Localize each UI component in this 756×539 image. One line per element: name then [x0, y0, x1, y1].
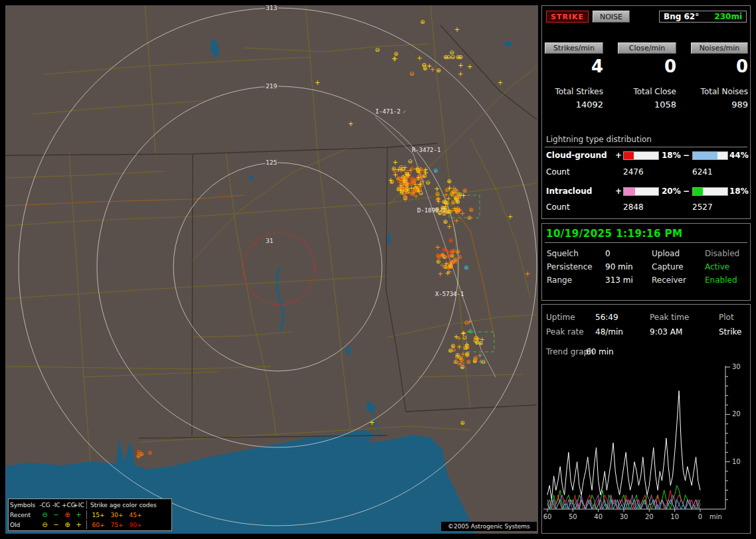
- svg-text:⊕: ⊕: [468, 206, 474, 213]
- svg-text:⊖: ⊖: [416, 183, 421, 190]
- total-strikes-label: Total Strikes: [545, 87, 603, 96]
- highways-layer: [5, 195, 494, 337]
- close-rate-value: 0: [618, 56, 682, 76]
- svg-text:⊕: ⊕: [460, 420, 465, 426]
- cg-neg-pct: 44%: [729, 151, 749, 160]
- svg-text:⊕: ⊕: [446, 208, 452, 215]
- distribution-title: Lightning type distribution: [546, 135, 652, 144]
- svg-text:+: +: [451, 185, 456, 192]
- legend-divider: [86, 501, 87, 509]
- svg-text:⊖: ⊖: [449, 49, 454, 56]
- close-per-min-button[interactable]: Close/min: [618, 42, 676, 54]
- svg-text:min: min: [709, 513, 722, 520]
- strike-stats-panel: STRIKE NOISE Bng 62° 230mi Strikes/min C…: [541, 5, 751, 219]
- svg-text:+: +: [467, 318, 472, 325]
- svg-text:+: +: [456, 343, 462, 350]
- noises-per-min-button[interactable]: Noises/min: [691, 42, 748, 54]
- age-30: 30+: [108, 512, 126, 518]
- recent-pcg-icon: ⊕: [62, 512, 73, 518]
- svg-text:60: 60: [543, 513, 551, 520]
- age-15: 15+: [89, 512, 108, 518]
- svg-text:+: +: [454, 26, 460, 33]
- capture-label: Capture: [652, 262, 684, 271]
- old-pic-icon: +: [73, 522, 84, 528]
- svg-text:⊕: ⊕: [446, 178, 452, 185]
- svg-text:⊕: ⊕: [389, 179, 395, 185]
- svg-text:+: +: [508, 213, 513, 220]
- legend-recent-label: Recent: [10, 512, 39, 518]
- svg-text:+: +: [525, 270, 530, 277]
- svg-text:R-3472-1: R-3472-1: [412, 147, 440, 153]
- svg-text:⊕: ⊕: [448, 262, 453, 269]
- age-90: 90+: [126, 522, 145, 528]
- svg-text:⊕: ⊕: [466, 358, 471, 365]
- ic-neg-count: 2527: [692, 202, 713, 212]
- svg-text:+: +: [458, 62, 463, 69]
- svg-text:⊕: ⊕: [443, 54, 448, 60]
- divider: [545, 147, 747, 147]
- peak-rate-label: Peak rate: [546, 327, 584, 337]
- age-60: 60+: [89, 522, 108, 528]
- svg-text:20: 20: [732, 410, 741, 418]
- lightning-map-svg[interactable]: 31321912531⊕+⊕+⊕⊖+⊕+⊕⊖++⊕+⊕⊖⊖⊖+++⊕⊕⊕+⊕⊕⊖…: [5, 5, 538, 534]
- cg-pos-bar: [623, 151, 659, 160]
- svg-text:+: +: [456, 335, 461, 342]
- svg-text:50: 50: [569, 513, 577, 520]
- svg-text:+: +: [435, 244, 440, 251]
- legend-col-pcg: +CG: [62, 502, 73, 508]
- svg-text:⊕: ⊕: [468, 328, 473, 335]
- status-panel: 10/19/2025 1:19:16 PM Squelch 0 Upload D…: [541, 223, 751, 301]
- legend-divider: [86, 520, 87, 529]
- plot-label: Plot: [719, 313, 734, 322]
- trend-graph-chart: 3020106050403020100min: [543, 362, 750, 532]
- svg-text:10: 10: [732, 458, 741, 465]
- map-area[interactable]: 31321912531⊕+⊕+⊕⊖+⊕+⊕⊖++⊕+⊕⊖⊖⊖+++⊕⊕⊕+⊕⊕⊖…: [5, 5, 538, 534]
- svg-text:⊖: ⊖: [473, 354, 478, 361]
- ic-neg-pct: 18%: [729, 187, 749, 196]
- cg-neg-count: 6241: [692, 167, 713, 177]
- svg-text:+: +: [467, 63, 472, 70]
- total-noises-label: Total Noises: [691, 87, 748, 96]
- svg-text:+: +: [460, 192, 466, 199]
- svg-text:+: +: [454, 217, 459, 224]
- svg-text:⊕: ⊕: [147, 449, 153, 456]
- svg-text:40: 40: [594, 513, 603, 520]
- capture-status: Active: [705, 262, 729, 271]
- total-close-value: 1058: [618, 100, 678, 110]
- sidebar: STRIKE NOISE Bng 62° 230mi Strikes/min C…: [541, 5, 752, 534]
- legend-col-ncg: -CG: [39, 502, 50, 508]
- strikes-per-min-button[interactable]: Strikes/min: [545, 42, 603, 54]
- svg-text:⊕: ⊕: [453, 358, 458, 365]
- strike-legend: Symbols -CG -IC +CG +IC Strike age color…: [8, 499, 172, 531]
- svg-text:⊕: ⊕: [436, 258, 441, 265]
- peak-time-label: Peak time: [650, 313, 689, 322]
- svg-text:⊖: ⊖: [462, 335, 467, 341]
- svg-text:⊕: ⊕: [442, 264, 448, 270]
- persistence-label: Persistence: [547, 262, 593, 271]
- noise-mode-button[interactable]: NOISE: [593, 11, 630, 23]
- cg-count-label: Count: [546, 167, 570, 177]
- svg-text:313: 313: [266, 5, 277, 11]
- svg-text:+: +: [445, 270, 450, 277]
- plus-sign: +: [615, 187, 622, 196]
- strike-mode-button[interactable]: STRIKE: [546, 11, 589, 23]
- uptime-label: Uptime: [546, 313, 575, 322]
- cloud-ground-label: Cloud-ground: [546, 151, 607, 160]
- bearing-value: Bng 62°: [664, 12, 699, 21]
- svg-text:125: 125: [266, 159, 277, 166]
- range-value-mi: 313 mi: [605, 275, 633, 285]
- water-layer: [5, 38, 512, 534]
- recent-nic-icon: −: [50, 512, 62, 518]
- minus-sign: −: [683, 151, 690, 160]
- legend-old-label: Old: [10, 522, 39, 528]
- upload-label: Upload: [652, 249, 680, 258]
- roads-layer: [5, 5, 537, 462]
- svg-text:⊖: ⊖: [401, 183, 407, 190]
- total-strikes-value: 14092: [545, 100, 605, 110]
- svg-text:+: +: [450, 248, 455, 256]
- svg-text:219: 219: [266, 83, 277, 90]
- strikes-rate-value: 4: [545, 56, 609, 76]
- svg-text:+: +: [393, 159, 398, 166]
- svg-text:⊕: ⊕: [467, 214, 472, 221]
- recent-ncg-icon: ⊖: [39, 512, 50, 518]
